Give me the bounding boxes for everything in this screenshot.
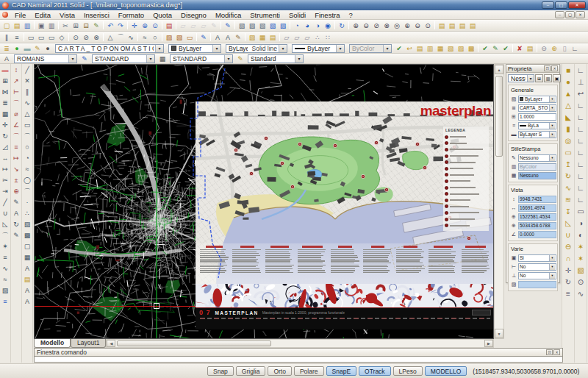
new-icon[interactable]: ▢ — [1, 21, 12, 30]
ucs-previous-icon[interactable]: ↩ — [576, 88, 587, 99]
view-sw-isometric-icon[interactable]: ▧ — [278, 21, 288, 30]
torus-solid-icon[interactable]: ◎ — [563, 135, 574, 146]
tab-modello[interactable]: Modello — [34, 339, 71, 348]
rectangle-draw-icon[interactable]: ▭ — [22, 120, 32, 130]
layer-state-save-icon[interactable]: ✔ — [480, 43, 490, 53]
construction-line-icon[interactable]: ∥ — [1, 32, 12, 42]
cone-solid-icon[interactable]: △ — [563, 100, 574, 111]
zoom-window-icon[interactable]: ⊕ — [351, 21, 361, 30]
text-multiline-icon[interactable]: A — [223, 32, 233, 42]
close-button[interactable]: ✕ — [568, 1, 586, 9]
cylinder-solid-icon[interactable]: ▮ — [563, 124, 574, 135]
menu-file[interactable]: File — [10, 10, 30, 20]
text-style-icon[interactable]: A — [1, 54, 12, 63]
layer-unlock-icon[interactable]: ▩ — [466, 43, 476, 53]
materials-icon[interactable]: ▧ — [576, 265, 587, 276]
orbit-continuous-icon[interactable]: ◑ — [312, 21, 323, 30]
box-solid-icon[interactable]: ■ — [563, 65, 574, 76]
save-icon[interactable]: ▥ — [22, 21, 32, 30]
status-snape-button[interactable]: SnapE — [326, 366, 357, 376]
layer-on-off-icon[interactable]: ● — [12, 43, 22, 53]
copy-icon[interactable]: ⊞ — [71, 21, 81, 30]
named-views-icon[interactable]: ◉ — [323, 21, 333, 30]
dim-text-edit-icon[interactable]: A — [11, 208, 21, 218]
3d-align-icon[interactable]: ≡ — [563, 288, 574, 299]
menu-edita[interactable]: Edita — [30, 10, 55, 20]
dim-ordinate-icon[interactable]: ⊢ — [11, 87, 21, 97]
view-se-isometric-icon[interactable]: ▧ — [268, 21, 278, 30]
text-symbol-icon[interactable]: A — [22, 296, 32, 307]
align-icon[interactable]: ≡ — [0, 252, 10, 263]
maximize-button[interactable]: ▢ — [555, 1, 567, 9]
menu-strumenti[interactable]: Strumenti — [245, 10, 284, 20]
properties-close-icon[interactable]: ✕ — [551, 65, 558, 71]
ucs-3point-icon[interactable]: ∟ — [576, 159, 587, 170]
ucs-named-icon[interactable]: ▭ — [576, 206, 587, 217]
ucs-world-icon[interactable]: ⊥ — [576, 76, 587, 88]
command-pin-icon[interactable]: ⊡ — [546, 349, 553, 355]
text-single-line-icon[interactable]: A — [212, 32, 223, 42]
scale-icon[interactable]: ◿ — [0, 142, 10, 152]
status-modello-button[interactable]: MODELLO — [425, 366, 467, 376]
layer-properties-manager-icon[interactable]: ▤ — [164, 21, 174, 30]
text-style-dropdown[interactable]: ROMANS ▾ — [14, 54, 77, 63]
ucs-origin-icon[interactable]: ∟ — [576, 135, 587, 146]
misc-field-1[interactable]: Si▾ — [518, 254, 556, 262]
orbit-free-icon[interactable]: ◕ — [302, 21, 312, 30]
wipeout-icon[interactable]: ✎ — [198, 32, 209, 42]
markup-set-manager-icon[interactable]: ✎ — [209, 21, 219, 30]
hatch-edit-icon[interactable]: ▨ — [0, 285, 10, 296]
status-otrack-button[interactable]: OTrack — [359, 366, 391, 376]
zoom-center-icon[interactable]: ⊗ — [381, 21, 392, 30]
center-mark-icon[interactable]: ⊕ — [11, 186, 21, 196]
stretch-icon[interactable]: ↔ — [0, 153, 10, 163]
copy-object-icon[interactable]: ⊞ — [0, 76, 10, 86]
orbit-constrained-icon[interactable]: ◔ — [292, 21, 302, 30]
mleader-style-icon[interactable]: ✎ — [235, 54, 245, 63]
prop-linetype-field[interactable]: ByLa▾ — [518, 122, 556, 129]
line-icon[interactable]: ╱ — [22, 65, 32, 75]
scroll-left-icon[interactable]: ◀ — [107, 340, 115, 347]
wedge-solid-icon[interactable]: ◣ — [563, 112, 574, 123]
zoom-dynamic-icon[interactable]: ⊖ — [361, 21, 371, 30]
horizontal-scroll-thumb[interactable] — [117, 340, 271, 346]
explode-icon[interactable]: ✶ — [0, 241, 10, 252]
pyramid-solid-icon[interactable]: ▲ — [563, 88, 574, 99]
view-center-y-field[interactable]: 5034358.6788 — [518, 222, 556, 229]
rectangle-icon[interactable]: ▭ — [26, 32, 36, 42]
status-lpeso-button[interactable]: LPeso — [393, 366, 423, 376]
fillet-icon[interactable]: ⌒ — [0, 230, 10, 240]
view-height-field[interactable]: 9948.7431 — [518, 196, 556, 203]
extend-icon[interactable]: ⇥ — [0, 186, 10, 196]
dim-style-manager-icon[interactable]: ✎ — [11, 230, 21, 240]
print-preview-icon[interactable]: ▥ — [46, 21, 57, 30]
color-dropdown[interactable]: ByLayer ▾ — [168, 44, 221, 53]
pan-icon[interactable]: ✛ — [129, 21, 140, 30]
view-width-field[interactable]: 16691.4974 — [518, 204, 556, 212]
zoom-out-icon[interactable]: ⊖ — [412, 21, 423, 30]
xref-attach-icon[interactable]: ▱ — [292, 32, 302, 42]
regen-icon[interactable]: ↻ — [337, 21, 347, 30]
circle-2point-icon[interactable]: ⊘ — [81, 32, 91, 42]
dim-edit-icon[interactable]: ✎ — [11, 197, 21, 207]
erase-icon[interactable]: ▬ — [0, 65, 10, 75]
zoom-in-icon[interactable]: ⊕ — [402, 21, 412, 30]
loft-icon[interactable]: ≋ — [563, 194, 574, 205]
circle-center-radius-icon[interactable]: ⊙ — [71, 32, 81, 42]
dim-update-icon[interactable]: ↻ — [11, 219, 21, 229]
layer-color-icon[interactable]: ● — [43, 43, 53, 53]
dim-style-icon[interactable]: ✎ — [79, 54, 90, 63]
camera-icon[interactable]: ⊙ — [576, 277, 587, 288]
layer-lock-unlock-icon[interactable]: ✎ — [32, 43, 43, 53]
mtext-icon[interactable]: A — [22, 263, 32, 274]
layer-merge-icon[interactable]: ▤ — [525, 43, 535, 53]
mdi-minimize-button[interactable]: – — [555, 11, 564, 18]
annotation-sheet-icon[interactable]: ▯ — [559, 43, 570, 53]
layer-manager-icon[interactable]: ≣ — [1, 43, 12, 53]
ucs-object-icon[interactable]: ∟ — [576, 112, 587, 123]
mleader-style-dropdown[interactable]: Standard ▾ — [248, 54, 304, 63]
table-style-icon[interactable]: ▦ — [157, 54, 168, 63]
lights-icon[interactable]: ✶ — [576, 253, 587, 264]
sheet-list-icon[interactable]: ▱ — [198, 21, 209, 30]
qleader-icon[interactable]: ✎ — [223, 21, 233, 30]
